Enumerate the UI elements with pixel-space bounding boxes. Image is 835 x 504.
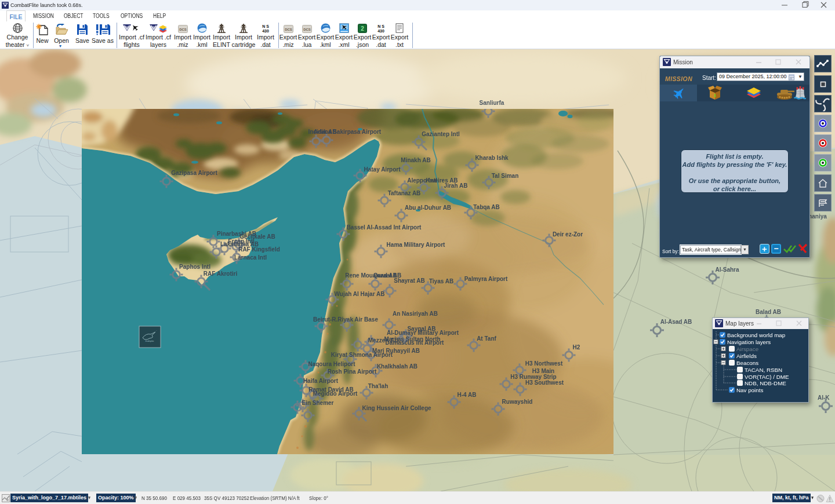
svg-text:NDB, NDB-DME: NDB, NDB-DME xyxy=(745,380,786,386)
svg-text:Minakh AB: Minakh AB xyxy=(401,157,430,163)
svg-text:Incirlik AB: Incirlik AB xyxy=(308,129,336,135)
svg-text:Paphos Intl: Paphos Intl xyxy=(179,264,210,270)
svg-text:Taftanaz AB: Taftanaz AB xyxy=(388,190,421,196)
svg-text:Sanliurfa: Sanliurfa xyxy=(480,100,504,106)
svg-text:Kiryat Shmona Airport: Kiryat Shmona Airport xyxy=(331,352,393,358)
svg-text:mudspike: mudspike xyxy=(146,340,154,342)
svg-text:VOR(TAC) / DME: VOR(TAC) / DME xyxy=(745,374,789,380)
svg-text:Al-Asad AB: Al-Asad AB xyxy=(660,319,692,325)
svg-text:Abu al-Duhur AB: Abu al-Duhur AB xyxy=(405,204,451,211)
svg-text:Tabqa AB: Tabqa AB xyxy=(473,204,500,210)
svg-text:Gaziantep Intl: Gaziantep Intl xyxy=(422,131,460,137)
svg-text:At Tanf: At Tanf xyxy=(477,335,496,342)
svg-text:Damascus Int Airport: Damascus Int Airport xyxy=(386,339,444,346)
svg-text:2: 2 xyxy=(361,25,364,32)
svg-text:Al-K: Al-K xyxy=(818,395,830,401)
svg-text:Deir ez-Zor: Deir ez-Zor xyxy=(553,231,583,238)
svg-text:Jirah AB: Jirah AB xyxy=(444,182,468,189)
svg-text:H3 Northwest: H3 Northwest xyxy=(525,360,563,367)
svg-text:H3 Southwest: H3 Southwest xyxy=(525,379,564,386)
svg-text:Ruwayshid: Ruwayshid xyxy=(502,399,533,405)
svg-text:DCS: DCS xyxy=(179,28,187,31)
svg-text:N S: N S xyxy=(377,24,384,28)
svg-text:Al-Dumayr Military Airport: Al-Dumayr Military Airport xyxy=(387,330,459,336)
svg-text:DCS: DCS xyxy=(303,28,311,31)
svg-text:TACAN, RSBN: TACAN, RSBN xyxy=(745,367,782,373)
svg-text:Tha'lah: Tha'lah xyxy=(368,383,389,389)
svg-text:Background world map: Background world map xyxy=(727,332,786,338)
svg-text:N S: N S xyxy=(262,24,269,28)
svg-text:Khalkhalah AB: Khalkhalah AB xyxy=(377,363,418,370)
svg-text:Navigation layers: Navigation layers xyxy=(727,339,771,345)
svg-text:Shayrat AB: Shayrat AB xyxy=(394,277,425,284)
svg-text:Rosh Pina Airport: Rosh Pina Airport xyxy=(328,368,377,375)
svg-text:Tal Siman: Tal Siman xyxy=(492,173,519,179)
svg-text:DCS: DCS xyxy=(285,28,292,31)
svg-text:Larnaca Intl: Larnaca Intl xyxy=(234,254,267,261)
svg-text:..: .. xyxy=(156,329,157,331)
svg-text:Airspace: Airspace xyxy=(736,346,759,352)
svg-text:RAF Akrotiri: RAF Akrotiri xyxy=(204,271,238,277)
svg-text:Hatay Airport: Hatay Airport xyxy=(364,166,401,173)
svg-text:Beirut-R.Riyak Air Base: Beirut-R.Riyak Air Base xyxy=(313,316,378,323)
svg-text:430: 430 xyxy=(262,29,269,33)
svg-text:Hama Military Airport: Hama Military Airport xyxy=(387,242,445,248)
svg-text:Al-Sahra: Al-Sahra xyxy=(715,266,739,273)
svg-text:Balad AB: Balad AB xyxy=(756,309,781,315)
svg-text:Kharab Ishk: Kharab Ishk xyxy=(475,155,509,161)
svg-text:Gazipasa Airport: Gazipasa Airport xyxy=(171,170,217,176)
svg-text:Megiddo Airport: Megiddo Airport xyxy=(313,390,358,397)
svg-text:Ein Shemer: Ein Shemer xyxy=(302,400,333,406)
svg-text:Beacons: Beacons xyxy=(736,360,758,366)
svg-text:Tiyas AB: Tiyas AB xyxy=(429,278,453,284)
svg-text:King Hussein Air College: King Hussein Air College xyxy=(362,405,431,411)
svg-text:430: 430 xyxy=(377,29,384,33)
svg-text:Airfields: Airfields xyxy=(736,353,757,359)
svg-text:Palmyra Airport: Palmyra Airport xyxy=(464,276,508,282)
svg-text:RAF Kingsfield: RAF Kingsfield xyxy=(238,246,280,253)
svg-text:Nav points: Nav points xyxy=(736,387,763,393)
svg-text:Haifa Airport: Haifa Airport xyxy=(303,378,339,384)
svg-text:Bassel Al-Assad Int Airport: Bassel Al-Assad Int Airport xyxy=(347,224,422,231)
svg-text:H2: H2 xyxy=(573,344,580,350)
svg-text:H-4 AB: H-4 AB xyxy=(458,392,477,398)
svg-text:Naqoura Heliport: Naqoura Heliport xyxy=(308,361,355,367)
svg-text:An Nasiriyah AB: An Nasiriyah AB xyxy=(393,311,438,317)
svg-text:Wujah Al Hajar AB: Wujah Al Hajar AB xyxy=(335,291,385,297)
